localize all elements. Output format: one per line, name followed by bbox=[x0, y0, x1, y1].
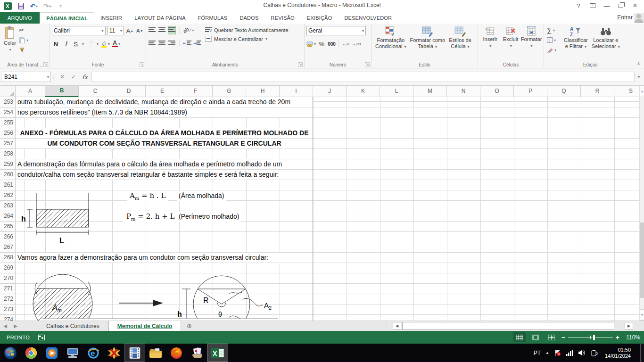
clear-button[interactable]: ▾ bbox=[546, 46, 562, 54]
column-header[interactable]: O bbox=[480, 86, 514, 97]
column-header[interactable]: N bbox=[447, 86, 480, 97]
row-header[interactable]: 274 bbox=[0, 315, 16, 321]
column-header[interactable]: D bbox=[112, 86, 146, 97]
zoom-out-button[interactable]: − bbox=[561, 335, 565, 340]
borders-button[interactable]: ▾ bbox=[90, 40, 99, 48]
decrease-decimal-button[interactable]: →,00 bbox=[352, 40, 361, 48]
ribbon-display-options-button[interactable] bbox=[586, 0, 600, 11]
cut-button[interactable]: ✂ bbox=[18, 26, 29, 34]
format-painter-button[interactable] bbox=[18, 46, 29, 54]
sort-filter-button[interactable]: AZ Classificar e Filtrar ▾ bbox=[562, 25, 590, 60]
page-break-view-button[interactable] bbox=[545, 332, 558, 342]
minimize-button[interactable]: — bbox=[600, 0, 614, 11]
row-header[interactable]: 259 bbox=[0, 159, 16, 170]
column-header[interactable]: L bbox=[380, 86, 413, 97]
user-avatar[interactable] bbox=[634, 13, 644, 23]
name-box[interactable]: B241▾ bbox=[1, 72, 51, 82]
orientation-button[interactable]: ab⟋▾ bbox=[183, 26, 194, 34]
conditional-formatting-button[interactable]: ≠ Formatação Condicional ▾ bbox=[373, 25, 408, 60]
tab-inserir[interactable]: INSERIR bbox=[94, 12, 128, 24]
row-header[interactable]: 267 bbox=[0, 242, 16, 253]
excel-taskbar-icon[interactable]: X bbox=[207, 344, 228, 362]
row-header[interactable]: 263 bbox=[0, 201, 16, 211]
font-family-select[interactable]: Calibri▾ bbox=[52, 26, 106, 35]
volume-icon[interactable] bbox=[578, 349, 586, 357]
language-indicator[interactable]: PT bbox=[534, 350, 541, 356]
red-x-app-icon[interactable] bbox=[104, 344, 124, 362]
row-header[interactable]: 256 bbox=[0, 128, 16, 139]
scroll-up-arrow[interactable]: ▲ bbox=[640, 86, 644, 97]
vertical-scrollbar[interactable]: ▲ ▼ bbox=[639, 86, 644, 321]
cells-grid[interactable]: outra tubulação, mudança de declividade,… bbox=[16, 97, 639, 321]
section-diagrams[interactable]: h L Am R bbox=[16, 97, 317, 321]
file-explorer-icon[interactable] bbox=[145, 344, 166, 362]
vertical-scroll-thumb[interactable] bbox=[640, 222, 644, 298]
align-left-button[interactable] bbox=[148, 39, 156, 48]
column-header[interactable]: P bbox=[514, 86, 547, 97]
row-header[interactable]: 272 bbox=[0, 294, 16, 304]
internet-explorer-icon[interactable]: e bbox=[83, 344, 104, 362]
zoom-in-button[interactable]: + bbox=[616, 335, 619, 340]
fill-button[interactable]: ↓▾ bbox=[546, 36, 562, 44]
row-headers[interactable]: 2532542552562572582592602612622632642652… bbox=[0, 97, 16, 321]
remote-desktop-icon[interactable] bbox=[62, 344, 83, 362]
autosum-button[interactable]: ∑▾ bbox=[546, 26, 562, 34]
column-header[interactable]: R bbox=[581, 86, 614, 97]
sheet-nav-left-icon[interactable]: ◀ bbox=[0, 321, 10, 331]
row-header[interactable]: 265 bbox=[0, 222, 16, 232]
hscroll-right-arrow[interactable]: ▶ bbox=[625, 322, 633, 330]
zoom-level[interactable]: 110% bbox=[623, 334, 640, 341]
row-header[interactable]: 255 bbox=[0, 118, 16, 128]
chrome-icon[interactable] bbox=[21, 344, 41, 362]
column-header[interactable]: S bbox=[614, 86, 639, 97]
row-header[interactable]: 273 bbox=[0, 304, 16, 315]
row-header[interactable]: 269 bbox=[0, 263, 16, 273]
clock[interactable]: 01:50 14/01/2024 bbox=[605, 347, 631, 359]
expand-formula-bar-button[interactable]: ▾ bbox=[635, 72, 643, 82]
font-color-button[interactable]: A▾ bbox=[112, 40, 120, 48]
merge-center-button[interactable]: Mesclar e Centralizar ▾ bbox=[205, 36, 289, 42]
increase-decimal-button[interactable]: ←,0 bbox=[342, 40, 350, 48]
increase-indent-button[interactable]: ⇥ bbox=[193, 39, 202, 48]
start-button[interactable] bbox=[0, 344, 21, 362]
column-header[interactable]: H bbox=[246, 86, 280, 97]
hscroll-left-arrow[interactable]: ◀ bbox=[393, 322, 401, 330]
format-cells-button[interactable]: Formatar ▾ bbox=[521, 25, 542, 60]
column-header[interactable]: A bbox=[16, 86, 45, 97]
percent-style-button[interactable]: % bbox=[318, 40, 326, 48]
column-header[interactable]: B bbox=[45, 86, 79, 97]
sheet-tab-calhas[interactable]: Calhas e Condutores bbox=[38, 321, 108, 331]
tab-formulas[interactable]: FÓRMULAS bbox=[192, 12, 234, 24]
close-button[interactable]: × bbox=[628, 0, 642, 11]
delete-cells-button[interactable]: Excluir ▾ bbox=[501, 25, 521, 60]
show-desktop-button[interactable] bbox=[640, 344, 644, 362]
cancel-entry-button[interactable]: ✕ bbox=[57, 72, 68, 82]
underline-button[interactable]: S bbox=[72, 40, 80, 48]
tab-revisao[interactable]: REVISÃO bbox=[265, 12, 301, 24]
zoom-slider[interactable] bbox=[568, 337, 613, 337]
tab-arquivo[interactable]: ARQUIVO bbox=[0, 12, 40, 24]
insert-function-button[interactable]: fx bbox=[79, 72, 91, 82]
row-header[interactable]: 257 bbox=[0, 139, 16, 149]
align-center-button[interactable] bbox=[158, 39, 166, 48]
column-header[interactable]: E bbox=[146, 86, 179, 97]
card-game-icon[interactable] bbox=[187, 344, 207, 362]
row-header[interactable]: 261 bbox=[0, 180, 16, 190]
network-signal-icon[interactable] bbox=[566, 349, 574, 357]
alignment-dialog-launcher[interactable]: ↘ bbox=[298, 62, 303, 67]
hidden-icons-chevron[interactable]: ▲ bbox=[545, 351, 549, 355]
increase-font-button[interactable]: A▲ bbox=[126, 26, 134, 35]
paste-button[interactable]: Colar ▾ bbox=[2, 25, 18, 54]
row-header[interactable]: 253 bbox=[0, 97, 16, 107]
column-headers[interactable]: ABCDEFGHIJKLMNOPQRS bbox=[16, 86, 639, 97]
scroll-down-arrow[interactable]: ▼ bbox=[640, 309, 644, 321]
accounting-format-button[interactable]: ▾ bbox=[306, 40, 316, 48]
clipboard-dialog-launcher[interactable]: ↘ bbox=[43, 62, 48, 67]
record-macro-icon[interactable] bbox=[38, 335, 45, 340]
column-header[interactable]: C bbox=[79, 86, 112, 97]
media-player-icon[interactable] bbox=[41, 344, 62, 362]
select-all-corner[interactable] bbox=[0, 86, 16, 97]
row-header[interactable]: 258 bbox=[0, 149, 16, 159]
row-header[interactable]: 266 bbox=[0, 232, 16, 242]
comma-style-button[interactable]: 000 bbox=[328, 40, 336, 48]
